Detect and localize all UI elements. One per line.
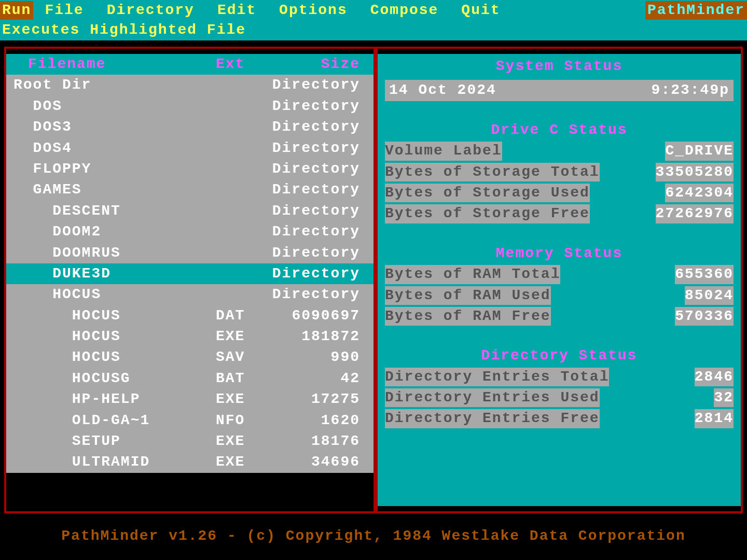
file-name: DUKE3D <box>13 264 216 283</box>
status-label: Bytes of Storage Used <box>385 184 590 202</box>
file-name: SETUP <box>13 432 216 451</box>
file-name: OLD-GA~1 <box>13 411 216 430</box>
file-name: FLOPPY <box>13 160 216 178</box>
file-row[interactable]: HOCUSDirectory <box>6 284 374 305</box>
file-name: DOS <box>13 97 216 116</box>
file-list: Root DirDirectory DOSDirectory DOS3Direc… <box>6 75 374 472</box>
file-ext <box>216 97 268 116</box>
status-value: C_DRIVE <box>665 142 734 160</box>
directory-status-row: Directory Entries Free2814 <box>385 408 734 429</box>
file-name: HOCUS <box>13 348 216 367</box>
file-row[interactable]: OLD-GA~1NFO1620 <box>6 410 374 431</box>
status-value: 655360 <box>675 265 734 284</box>
file-ext <box>216 139 268 158</box>
file-size: Directory <box>268 222 366 241</box>
status-label: Bytes of RAM Used <box>385 286 551 305</box>
directory-status-row: Directory Entries Used32 <box>385 387 734 408</box>
file-size: 1620 <box>268 411 366 430</box>
file-row[interactable]: DOOM2Directory <box>6 221 374 242</box>
menu-edit[interactable]: Edit <box>206 1 268 20</box>
file-ext: DAT <box>216 306 268 325</box>
file-ext <box>216 118 268 136</box>
file-size: Directory <box>268 118 366 136</box>
file-size: Directory <box>268 97 366 116</box>
file-row[interactable]: DOSDirectory <box>6 96 374 117</box>
file-row[interactable]: DUKE3DDirectory <box>6 263 374 284</box>
status-label: Bytes of Storage Free <box>385 204 590 223</box>
menu-run[interactable]: Run <box>0 1 33 20</box>
file-row[interactable]: HOCUSGBAT42 <box>6 368 374 389</box>
status-value: 33505280 <box>656 163 734 181</box>
memory-status-title: Memory Status <box>385 243 734 264</box>
file-size: 18176 <box>268 432 366 451</box>
drive-status-title: Drive C Status <box>385 120 734 141</box>
file-ext: SAV <box>216 348 268 367</box>
file-size: Directory <box>268 264 366 283</box>
menu-file[interactable]: File <box>33 1 95 20</box>
file-row[interactable]: DESCENTDirectory <box>6 201 374 221</box>
file-row[interactable]: HOCUSDAT6090697 <box>6 305 374 326</box>
status-value: 32 <box>714 388 734 407</box>
file-ext <box>216 244 268 262</box>
col-size: Size <box>268 55 366 74</box>
file-ext <box>216 76 268 94</box>
file-size: 17275 <box>268 390 366 409</box>
file-columns: Filename Ext Size <box>6 54 374 75</box>
status-label: Directory Entries Total <box>385 368 609 386</box>
file-ext: NFO <box>216 411 268 430</box>
status-panel: System Status 14 Oct 2024 9:23:49p Drive… <box>376 47 743 513</box>
system-status-title: System Status <box>385 56 734 77</box>
file-ext <box>216 264 268 283</box>
file-size: Directory <box>268 160 366 178</box>
file-size: Directory <box>268 285 366 304</box>
hint-bar: Executes Highlighted File <box>0 21 747 40</box>
status-value: 85024 <box>685 286 734 305</box>
status-value: 2814 <box>695 409 734 428</box>
file-ext: EXE <box>216 432 268 451</box>
status-label: Bytes of RAM Free <box>385 307 551 326</box>
status-label: Volume Label <box>385 142 502 160</box>
directory-status-title: Directory Status <box>385 345 734 366</box>
time: 9:23:49p <box>652 81 729 100</box>
menu-options[interactable]: Options <box>268 1 359 20</box>
datetime: 14 Oct 2024 9:23:49p <box>385 80 734 101</box>
drive-status-row: Volume LabelC_DRIVE <box>385 141 734 161</box>
menu-directory[interactable]: Directory <box>95 1 206 20</box>
status-label: Directory Entries Used <box>385 388 600 407</box>
file-row[interactable]: SETUPEXE18176 <box>6 431 374 452</box>
file-row[interactable]: DOS4Directory <box>6 138 374 159</box>
status-value: 2846 <box>695 368 734 386</box>
file-row[interactable]: DOOMRUSDirectory <box>6 243 374 263</box>
file-name: HP-HELP <box>13 390 216 409</box>
file-row[interactable]: HOCUSEXE181872 <box>6 326 374 347</box>
file-row[interactable]: Root DirDirectory <box>6 75 374 95</box>
menu-compose[interactable]: Compose <box>359 1 450 20</box>
menu-quit[interactable]: Quit <box>450 1 511 20</box>
status-label: Directory Entries Free <box>385 409 600 428</box>
drive-status-row: Bytes of Storage Free27262976 <box>385 203 734 224</box>
file-ext <box>216 285 268 304</box>
file-row[interactable]: FLOPPYDirectory <box>6 159 374 179</box>
file-row[interactable]: HOCUSSAV990 <box>6 347 374 368</box>
file-row[interactable]: HP-HELPEXE17275 <box>6 389 374 410</box>
file-name: HOCUSG <box>13 369 216 388</box>
date: 14 Oct 2024 <box>389 81 496 100</box>
file-name: HOCUS <box>13 327 216 346</box>
file-size: Directory <box>268 139 366 158</box>
file-row[interactable]: DOS3Directory <box>6 117 374 137</box>
menu-bar: Run File Directory Edit Options Compose … <box>0 0 747 21</box>
file-name: HOCUS <box>13 285 216 304</box>
file-size: 34696 <box>268 453 366 471</box>
file-name: ULTRAMID <box>13 453 216 471</box>
file-row[interactable]: ULTRAMIDEXE34696 <box>6 452 374 472</box>
status-value: 6242304 <box>665 184 734 202</box>
file-ext <box>216 202 268 220</box>
file-size: Directory <box>268 76 366 94</box>
file-size: 181872 <box>268 327 366 346</box>
file-row[interactable]: GAMESDirectory <box>6 179 374 200</box>
file-size: 42 <box>268 369 366 388</box>
status-value: 27262976 <box>656 204 734 223</box>
file-name: DOS3 <box>13 118 216 136</box>
drive-status-row: Bytes of Storage Used6242304 <box>385 183 734 203</box>
file-size: 990 <box>268 348 366 367</box>
